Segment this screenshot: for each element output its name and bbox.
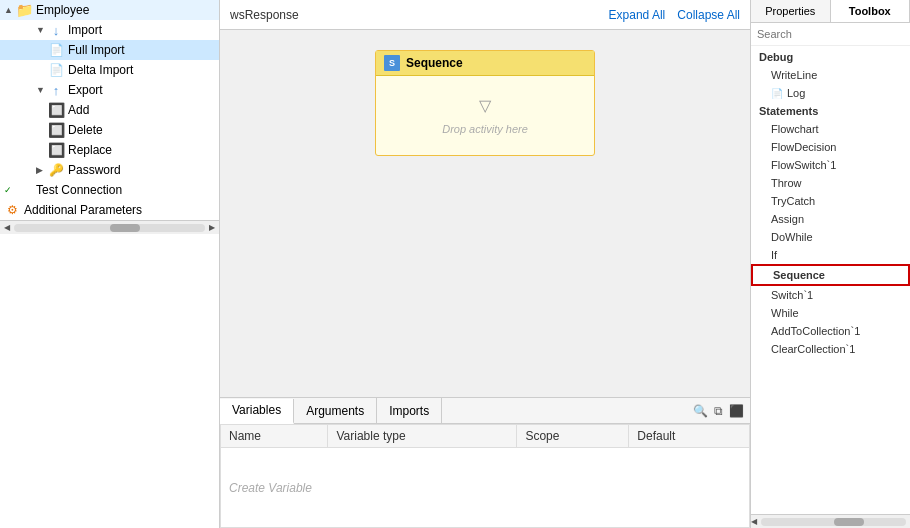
var-tab-icons: 🔍 ⧉ ⬛ [687,404,750,418]
sidebar-item-test-connection[interactable]: ✓ Test Connection [0,180,219,200]
toolbox-item-flowdecision[interactable]: FlowDecision [751,138,910,156]
add-icon: 🔲 [48,102,64,118]
sequence-label: Sequence [406,56,463,70]
toolbox-item-sequence[interactable]: Sequence [751,264,910,286]
tab-arguments[interactable]: Arguments [294,398,377,423]
col-variable-type: Variable type [328,425,517,448]
sidebar-item-add[interactable]: 🔲 Add [0,100,219,120]
scroll-left[interactable]: ◀ [751,517,757,526]
sidebar-item-replace[interactable]: 🔲 Replace [0,140,219,160]
col-scope: Scope [517,425,629,448]
search-vars-icon[interactable]: 🔍 [693,404,708,418]
variables-tabs: Variables Arguments Imports 🔍 ⧉ ⬛ [220,398,750,424]
sidebar-item-label-export: Export [68,83,103,97]
create-variable-row[interactable]: Create Variable [221,448,750,528]
folder-icon-employee: 📁 [16,2,32,18]
category-debug[interactable]: Debug [751,48,910,66]
delta-import-icon: 📄 [48,62,64,78]
sidebar-item-delete[interactable]: 🔲 Delete [0,120,219,140]
expand-arrow-import: ▼ [36,25,48,35]
sidebar-item-label-password: Password [68,163,121,177]
toolbox-item-flowswitch[interactable]: FlowSwitch`1 [751,156,910,174]
toolbox-item-flowchart[interactable]: Flowchart [751,120,910,138]
sidebar-item-delta-import[interactable]: 📄 Delta Import [0,60,219,80]
search-box [751,23,910,46]
sidebar-item-label-add: Add [68,103,89,117]
expand-vars-icon[interactable]: ⧉ [714,404,723,418]
delete-icon: 🔲 [48,122,64,138]
toolbox-item-throw[interactable]: Throw [751,174,910,192]
toolbox-item-clearcollection[interactable]: ClearCollection`1 [751,340,910,358]
scroll-left-arrow[interactable]: ◀ [4,223,10,232]
designer-title: wsResponse [230,8,299,22]
drop-arrow-icon: ▽ [479,96,491,115]
toolbox-item-writeline[interactable]: WriteLine [751,66,910,84]
sidebar-scrollbar[interactable]: ◀ ▶ [0,220,219,234]
sidebar-item-label-import: Import [68,23,102,37]
header-actions: Expand All Collapse All [609,8,740,22]
drop-text: Drop activity here [442,123,528,135]
test-connection-icon [16,182,32,198]
sidebar-item-label-test-connection: Test Connection [36,183,122,197]
toolbox-item-addtocollection[interactable]: AddToCollection`1 [751,322,910,340]
toolbox-item-trycatch[interactable]: TryCatch [751,192,910,210]
tab-toolbox[interactable]: Toolbox [831,0,911,22]
designer-header: wsResponse Expand All Collapse All [220,0,750,30]
additional-parameters-icon: ⚙ [4,202,20,218]
sidebar-item-label-delete: Delete [68,123,103,137]
toolbox-item-dowhile[interactable]: DoWhile [751,228,910,246]
sidebar-item-label-replace: Replace [68,143,112,157]
search-input[interactable] [757,28,904,40]
variables-body: Create Variable [221,448,750,528]
log-icon: 📄 [771,88,783,99]
collapse-all-button[interactable]: Collapse All [677,8,740,22]
tab-variables[interactable]: Variables [220,399,294,424]
sequence-box-icon: S [384,55,400,71]
scroll-thumb-toolbox [834,518,864,526]
scroll-track[interactable] [14,224,205,232]
category-statements[interactable]: Statements [751,102,910,120]
create-variable-cell[interactable]: Create Variable [221,448,750,528]
sidebar: ▲ 📁 Employee ▼ ↓ Import 📄 Full Import 📄 … [0,0,220,528]
variables-panel: Variables Arguments Imports 🔍 ⧉ ⬛ [220,397,750,528]
variables-table: Name Variable type Scope Default Create … [220,424,750,528]
sequence-body[interactable]: ▽ Drop activity here [376,76,594,155]
import-icon: ↓ [48,22,64,38]
scroll-track-toolbox[interactable] [761,518,906,526]
toolbox-item-log[interactable]: 📄 Log [751,84,910,102]
tab-imports[interactable]: Imports [377,398,442,423]
sidebar-item-password[interactable]: ▶ 🔑 Password [0,160,219,180]
toolbox-scrollbar[interactable]: ◀ [751,514,910,528]
scroll-right-arrow[interactable]: ▶ [209,223,215,232]
col-default: Default [629,425,750,448]
replace-icon: 🔲 [48,142,64,158]
toolbox-item-while[interactable]: While [751,304,910,322]
tab-properties[interactable]: Properties [751,0,831,22]
expand-arrow-employee: ▲ [4,5,16,15]
sidebar-item-export[interactable]: ▼ ↑ Export [0,80,219,100]
expand-arrow-password: ▶ [36,165,48,175]
main-content: wsResponse Expand All Collapse All S Seq… [220,0,750,528]
scroll-thumb [110,224,140,232]
more-vars-icon[interactable]: ⬛ [729,404,744,418]
sidebar-item-additional-parameters[interactable]: ⚙ Additional Parameters [0,200,219,220]
sidebar-item-employee[interactable]: ▲ 📁 Employee [0,0,219,20]
toolbox-list: Debug WriteLine 📄 Log Statements Flowcha… [751,46,910,514]
variables-table-container: Name Variable type Scope Default Create … [220,424,750,528]
toolbox-item-if[interactable]: If [751,246,910,264]
password-icon: 🔑 [48,162,64,178]
col-name: Name [221,425,328,448]
toolbox-item-assign[interactable]: Assign [751,210,910,228]
toolbox-item-switch[interactable]: Switch`1 [751,286,910,304]
sidebar-item-label-additional-parameters: Additional Parameters [24,203,142,217]
sidebar-item-full-import[interactable]: 📄 Full Import [0,40,219,60]
properties-panel: Properties Toolbox Debug WriteLine 📄 Log… [750,0,910,528]
designer-canvas[interactable]: S Sequence ▽ Drop activity here [220,30,750,397]
full-import-icon: 📄 [48,42,64,58]
sequence-header: S Sequence [376,51,594,76]
sidebar-item-import[interactable]: ▼ ↓ Import [0,20,219,40]
expand-arrow-export: ▼ [36,85,48,95]
expand-all-button[interactable]: Expand All [609,8,666,22]
props-tabs: Properties Toolbox [751,0,910,23]
export-icon: ↑ [48,82,64,98]
